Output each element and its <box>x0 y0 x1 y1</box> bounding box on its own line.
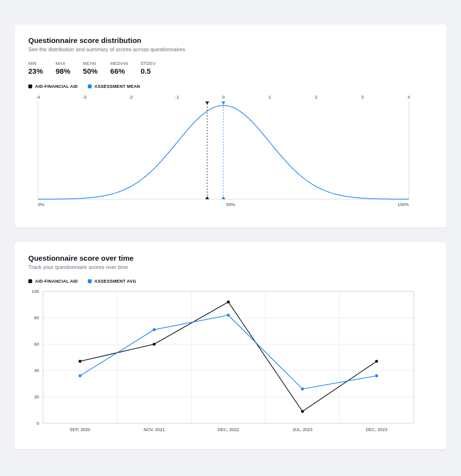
legend-swatch-icon <box>88 84 92 88</box>
legend-swatch-icon <box>28 279 32 283</box>
svg-text:0%: 0% <box>38 202 44 207</box>
stat-value: 0.5 <box>140 67 156 75</box>
svg-point-48 <box>301 388 304 391</box>
stat-value: 23% <box>28 67 43 75</box>
svg-text:1: 1 <box>268 95 271 100</box>
legend-swatch-icon <box>28 84 32 88</box>
legend-label: ASSESSMENT AVG <box>95 279 137 284</box>
stat-value: 50% <box>83 67 98 75</box>
distribution-title: Questionnaire score distribution <box>28 36 433 44</box>
legend-item-aid: AID-FINANCIAL AID <box>28 279 78 284</box>
svg-point-44 <box>375 360 378 363</box>
stat-label: MEAN <box>83 61 98 66</box>
svg-text:-2: -2 <box>129 95 133 100</box>
svg-text:80: 80 <box>34 315 39 320</box>
timeseries-subtitle: Track your questionnaire scores over tim… <box>28 264 433 270</box>
stat-mean: MEAN 50% <box>83 61 98 75</box>
svg-text:4: 4 <box>407 95 410 100</box>
svg-text:0: 0 <box>37 421 39 426</box>
legend-item-assessment: ASSESSMENT MEAN <box>88 84 140 89</box>
stat-label: MAX <box>56 61 70 66</box>
distribution-svg: -4-3-2-1012340%50%100% <box>28 92 419 214</box>
stat-label: MIN <box>28 61 43 66</box>
stat-value: 98% <box>56 67 70 75</box>
stat-max: MAX 98% <box>56 61 70 75</box>
svg-text:-1: -1 <box>175 95 179 100</box>
svg-point-41 <box>153 343 156 346</box>
stat-value: 66% <box>110 67 128 75</box>
svg-text:DEC, 2022: DEC, 2022 <box>218 427 239 432</box>
svg-marker-14 <box>205 196 209 199</box>
svg-point-40 <box>79 360 81 363</box>
svg-point-45 <box>79 374 81 377</box>
timeseries-chart: 020406080100SEP, 2020NOV, 2021DEC, 2022J… <box>28 287 433 435</box>
svg-text:2: 2 <box>315 95 317 100</box>
svg-text:DEC, 2023: DEC, 2023 <box>366 427 387 432</box>
legend-item-assessment: ASSESSMENT AVG <box>88 279 137 284</box>
svg-text:60: 60 <box>34 342 39 347</box>
stat-median: MEDIAN 66% <box>110 61 128 75</box>
svg-marker-13 <box>205 102 209 104</box>
svg-text:20: 20 <box>34 394 39 399</box>
distribution-subtitle: See the distribution and summary of scor… <box>28 46 433 52</box>
svg-point-49 <box>375 374 378 377</box>
svg-text:-3: -3 <box>82 95 86 100</box>
timeseries-card: Questionnaire score over time Track your… <box>15 242 446 449</box>
timeseries-legend: AID-FINANCIAL AID ASSESSMENT AVG <box>28 279 433 284</box>
svg-text:0: 0 <box>222 95 224 100</box>
timeseries-title: Questionnaire score over time <box>28 254 433 262</box>
legend-label: ASSESSMENT MEAN <box>95 84 140 89</box>
distribution-chart: -4-3-2-1012340%50%100% <box>28 92 433 214</box>
svg-text:50%: 50% <box>226 202 235 207</box>
stat-stdev: STDEV 0.5 <box>140 61 156 75</box>
stat-min: MIN 23% <box>28 61 43 75</box>
legend-item-aid: AID-FINANCIAL AID <box>28 84 78 89</box>
svg-marker-16 <box>221 102 225 104</box>
svg-text:100%: 100% <box>398 202 409 207</box>
svg-marker-17 <box>221 196 225 199</box>
distribution-card: Questionnaire score distribution See the… <box>15 24 446 228</box>
svg-text:JUL, 2023: JUL, 2023 <box>292 427 312 432</box>
stats-row: MIN 23% MAX 98% MEAN 50% MEDIAN 66% STDE… <box>28 61 433 75</box>
legend-label: AID-FINANCIAL AID <box>35 279 78 284</box>
svg-point-43 <box>301 410 304 413</box>
stat-label: MEDIAN <box>110 61 128 66</box>
svg-text:3: 3 <box>361 95 363 100</box>
svg-text:100: 100 <box>32 289 39 294</box>
stat-label: STDEV <box>140 61 156 66</box>
svg-point-46 <box>153 328 156 331</box>
distribution-legend: AID-FINANCIAL AID ASSESSMENT MEAN <box>28 84 433 89</box>
legend-swatch-icon <box>88 279 92 283</box>
svg-point-47 <box>227 314 230 317</box>
svg-text:SEP, 2020: SEP, 2020 <box>70 427 90 432</box>
svg-text:NOV, 2021: NOV, 2021 <box>143 427 165 432</box>
timeseries-svg: 020406080100SEP, 2020NOV, 2021DEC, 2022J… <box>28 287 419 435</box>
svg-text:-4: -4 <box>36 95 40 100</box>
legend-label: AID-FINANCIAL AID <box>35 84 78 89</box>
svg-text:40: 40 <box>34 368 39 373</box>
svg-point-42 <box>227 301 230 304</box>
